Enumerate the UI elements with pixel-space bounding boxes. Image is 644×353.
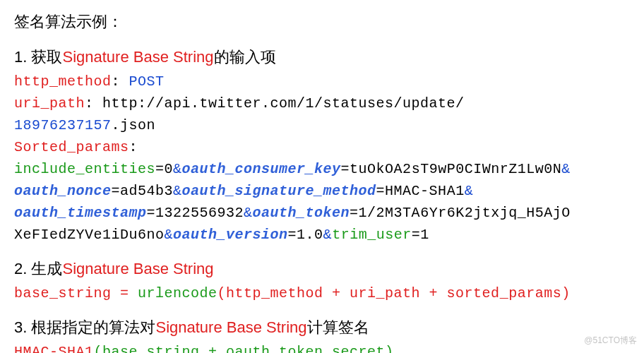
colon1: :: [112, 73, 129, 90]
v-token-b: XeFIedZYVe1iDu6no: [14, 227, 165, 243]
s1-heading-suffix: 的输入项: [214, 48, 276, 66]
urlencode-fn: urlencode: [138, 285, 217, 301]
v-version: =1.0: [288, 227, 323, 243]
watermark: @51CTO博客: [584, 334, 637, 347]
amp1: &: [173, 161, 182, 177]
doc-title: 签名算法示例：: [14, 10, 630, 34]
base-string-line: base_string = urlencode(http_method + ur…: [14, 282, 630, 304]
s1-heading-red: Signature Base String: [62, 48, 213, 66]
amp7: &: [323, 227, 333, 243]
sorted-params-label: Sorted_params: [14, 139, 129, 155]
http-method-line: http_method: POST: [14, 71, 630, 92]
amp5: &: [244, 205, 253, 221]
document-root: 签名算法示例： 1. 获取Signature Base String的输入项 h…: [0, 0, 644, 353]
s3-heading-prefix: 3. 根据指定的算法对: [14, 318, 155, 336]
s3-heading-suffix: 计算签名: [307, 318, 369, 336]
uri-path-line1: uri_path: http://api.twitter.com/1/statu…: [14, 92, 630, 114]
hmac-alg: HMAC-SHA1: [14, 344, 94, 353]
s3-heading-red: Signature Base String: [155, 318, 306, 336]
sorted-params-colon: :: [129, 139, 138, 155]
v-include-entities: =0: [155, 161, 173, 177]
uri-path-json: .json: [112, 117, 156, 133]
v-sig-method: =HMAC-SHA1: [376, 183, 465, 199]
p-timestamp: oauth_timestamp: [14, 205, 147, 221]
s2-heading-prefix: 2. 生成: [14, 260, 62, 277]
params-line-4: XeFIedZYVe1iDu6no&oauth_version=1.0&trim…: [14, 224, 630, 246]
v-trim-user: =1: [412, 227, 429, 243]
p-version: oauth_version: [173, 227, 288, 243]
sorted-params-label-line: Sorted_params:: [14, 136, 630, 158]
amp2: &: [561, 161, 571, 177]
uri-path-label: uri_path: [14, 95, 85, 112]
v-timestamp: =1322556932: [147, 205, 244, 221]
base-string-args: (http_method + uri_path + sorted_params): [217, 285, 571, 301]
amp6: &: [165, 227, 174, 243]
http-method-label: http_method: [14, 73, 112, 90]
v-consumer-key: =tuOkOA2sT9wP0CIWnrZ1Lw0N: [341, 161, 562, 177]
p-consumer-key: oauth_consumer_key: [182, 161, 341, 177]
p-token: oauth_token: [253, 205, 350, 221]
p-sig-method: oauth_signature_method: [182, 183, 376, 199]
v-nonce: =ad54b3: [112, 183, 174, 199]
hmac-line: HMAC-SHA1(base string + oauth token secr…: [14, 341, 630, 353]
params-line-3: oauth_timestamp=1322556932&oauth_token=1…: [14, 202, 630, 224]
section1-heading: 1. 获取Signature Base String的输入项: [14, 45, 630, 69]
uri-path-num: 18976237157: [14, 117, 112, 133]
p-trim-user: trim_user: [332, 227, 412, 243]
s1-heading-prefix: 1. 获取: [14, 48, 62, 66]
base-string-lhs: base_string =: [14, 285, 138, 301]
hmac-args: (base string + oauth token secret): [94, 344, 394, 353]
amp3: &: [173, 183, 182, 199]
params-line-2: oauth_nonce=ad54b3&oauth_signature_metho…: [14, 180, 630, 202]
uri-path-val1: : http://api.twitter.com/1/statuses/upda…: [85, 95, 465, 112]
p-include-entities: include_entities: [14, 161, 155, 177]
s2-heading-red: Signature Base String: [62, 260, 213, 277]
amp4: &: [465, 183, 474, 199]
p-nonce: oauth_nonce: [14, 183, 112, 199]
http-method-value: POST: [129, 73, 165, 90]
uri-path-line2: 18976237157.json: [14, 114, 630, 136]
params-line-1: include_entities=0&oauth_consumer_key=tu…: [14, 158, 630, 180]
v-token-a: =1/2M3TA6Yr6K2jtxjq_H5AjO: [350, 205, 571, 221]
section3-heading: 3. 根据指定的算法对Signature Base String计算签名: [14, 316, 630, 340]
section2-heading: 2. 生成Signature Base String: [14, 257, 630, 281]
